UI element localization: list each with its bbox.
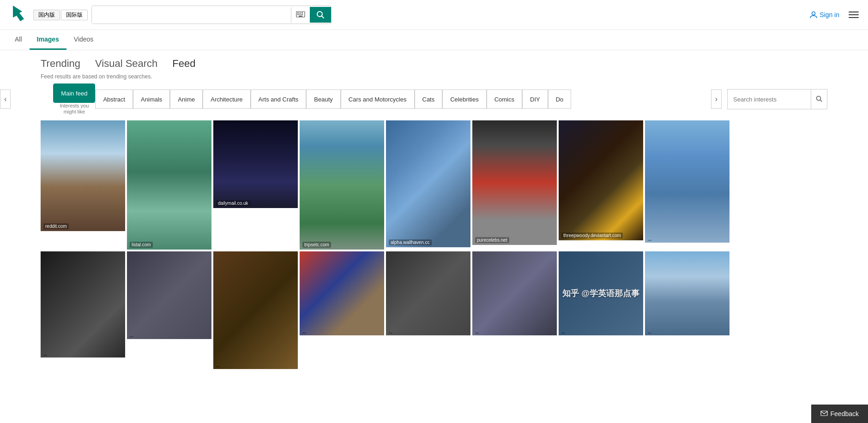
svg-rect-3 <box>301 12 303 13</box>
search-interests-icon <box>816 95 822 102</box>
sign-in-label: Sign in <box>820 11 839 18</box>
svg-rect-5 <box>300 14 301 15</box>
image-cell-3[interactable]: dailymail.co.uk <box>213 120 298 208</box>
source-label-10 <box>130 336 133 337</box>
image-cell-15[interactable]: 知乎 @学英语那点事 <box>559 251 643 335</box>
feed-title: Feed <box>172 58 195 70</box>
search-interests-wrapper <box>727 89 827 109</box>
hamburger-line-3 <box>849 17 859 18</box>
image-cell-14[interactable] <box>472 251 557 335</box>
source-label-6: purecelebs.net <box>475 237 509 243</box>
image-cell-8[interactable] <box>645 120 729 243</box>
feed-subtitle: Feed results are based on trending searc… <box>0 73 868 83</box>
interest-arts-crafts[interactable]: Arts and Crafts <box>251 89 307 109</box>
keyboard-icon-btn[interactable] <box>291 7 310 23</box>
image-row-2: 知乎 @学英语那点事 <box>41 251 827 369</box>
image-cell-13[interactable] <box>386 251 470 335</box>
image-cell-1[interactable]: reddit.com <box>41 120 125 231</box>
image-grid: reddit.com listal.com dailymail.co.uk tr… <box>0 120 868 369</box>
svg-rect-6 <box>301 14 303 15</box>
tab-videos[interactable]: Videos <box>66 30 101 50</box>
source-label-1: reddit.com <box>43 223 69 229</box>
image-cell-4[interactable]: tripsetc.com <box>300 120 384 250</box>
svg-point-12 <box>817 96 821 100</box>
trending-link[interactable]: Trending <box>41 58 80 70</box>
svg-point-10 <box>812 12 815 15</box>
interest-architecture[interactable]: Architecture <box>203 89 250 109</box>
search-bar <box>91 6 332 24</box>
image-cell-16[interactable] <box>645 251 729 335</box>
source-label-13 <box>389 333 392 334</box>
source-label-5: alpha.wallhaven.cc <box>389 239 432 245</box>
search-input[interactable] <box>92 6 291 24</box>
section-header: Trending Visual Search Feed <box>0 50 868 73</box>
source-label-14 <box>475 333 479 334</box>
search-icon <box>316 11 325 19</box>
sign-in-link[interactable]: Sign in <box>809 11 839 19</box>
interest-anime[interactable]: Anime <box>170 89 203 109</box>
svg-rect-1 <box>297 12 299 13</box>
interest-animals[interactable]: Animals <box>133 89 170 109</box>
interest-abstract[interactable]: Abstract <box>95 89 133 109</box>
svg-rect-7 <box>299 16 302 17</box>
interest-diy[interactable]: DIY <box>522 89 548 109</box>
international-btn[interactable]: 国际版 <box>61 10 88 20</box>
source-label-11 <box>216 366 220 367</box>
interest-cars[interactable]: Cars and Motorcycles <box>341 89 415 109</box>
source-label-4: tripsetc.com <box>302 242 331 248</box>
domestic-btn[interactable]: 国内版 <box>33 10 60 20</box>
interests-prev-btn[interactable]: ‹ <box>0 89 11 109</box>
hamburger-line-1 <box>849 12 859 12</box>
image-row-1: reddit.com listal.com dailymail.co.uk tr… <box>41 120 827 250</box>
search-interests-input[interactable] <box>728 89 811 109</box>
image-cell-12[interactable] <box>300 251 384 335</box>
interest-celebrities[interactable]: Celebrities <box>442 89 486 109</box>
search-button[interactable] <box>310 7 331 23</box>
source-label-3: dailymail.co.uk <box>216 200 250 206</box>
image-cell-10[interactable] <box>127 251 211 339</box>
source-label-12 <box>302 333 306 334</box>
source-label-2: listal.com <box>130 242 153 248</box>
header-right: Sign in <box>802 10 861 20</box>
main-feed-tag[interactable]: Main feed <box>53 83 95 103</box>
svg-line-11 <box>820 100 822 101</box>
interest-beauty[interactable]: Beauty <box>306 89 340 109</box>
keyboard-icon <box>296 11 305 18</box>
interest-comics[interactable]: Comics <box>487 89 522 109</box>
image-cell-2[interactable]: listal.com <box>127 120 211 250</box>
source-label-8 <box>648 240 651 241</box>
hamburger-line-2 <box>849 14 859 15</box>
tab-images[interactable]: Images <box>30 30 66 50</box>
interests-bar-inner: Main feed Interests youmight like Abstra… <box>12 83 709 115</box>
interest-cats[interactable]: Cats <box>415 89 443 109</box>
bing-logo[interactable] <box>7 4 30 26</box>
image-cell-6[interactable]: purecelebs.net <box>472 120 557 245</box>
source-label-7: threepwoody.deviantart.com <box>561 232 623 238</box>
locale-buttons: 国内版 国际版 <box>33 10 88 20</box>
svg-rect-2 <box>300 12 301 13</box>
interests-bar: ‹ Main feed Interests youmight like Abst… <box>0 83 868 120</box>
svg-rect-4 <box>297 14 299 15</box>
image-cell-11[interactable] <box>213 251 298 369</box>
interests-label: Interests youmight like <box>60 103 89 115</box>
hamburger-menu[interactable] <box>847 10 861 20</box>
visual-search-link[interactable]: Visual Search <box>95 58 157 70</box>
interest-do[interactable]: Do <box>548 89 572 109</box>
search-interests-button[interactable] <box>811 89 827 109</box>
image-cell-5[interactable]: alpha.wallhaven.cc <box>386 120 470 247</box>
nav-tabs: All Images Videos <box>0 30 868 50</box>
source-label-16 <box>648 333 651 334</box>
tab-all[interactable]: All <box>7 30 30 50</box>
source-label-9 <box>43 355 47 356</box>
image-cell-9[interactable] <box>41 251 125 357</box>
svg-line-9 <box>322 16 324 18</box>
header: 国内版 国际版 <box>0 0 868 30</box>
interests-next-btn[interactable]: › <box>711 89 722 109</box>
user-icon <box>809 11 818 19</box>
main-feed-group: Main feed Interests youmight like <box>53 83 95 115</box>
image-cell-7[interactable]: threepwoody.deviantart.com <box>559 120 643 240</box>
